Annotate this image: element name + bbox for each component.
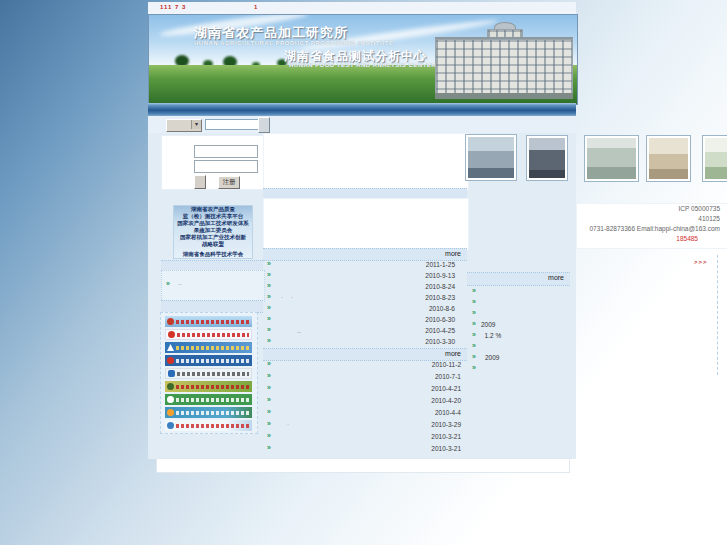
square-logo-icon	[168, 370, 175, 377]
link-rd-system[interactable]: 国家农产品加工技术研发体系	[174, 220, 252, 227]
photo-lab-staff[interactable]	[703, 136, 727, 181]
news-date: 2010-6-30	[425, 316, 455, 323]
more-link[interactable]: more	[445, 350, 461, 357]
list-item[interactable]: »	[467, 363, 570, 374]
news-item[interactable]: »2010-8-24	[263, 281, 467, 292]
banner-ndrc[interactable]	[165, 355, 252, 366]
news-item[interactable]: »2010-8-6	[263, 303, 467, 314]
bullet-arrow-icon: »	[267, 384, 271, 391]
snowflake-logo-icon	[167, 422, 174, 429]
username-field[interactable]	[194, 145, 258, 158]
banner-cnca[interactable]	[165, 368, 252, 379]
banner-hunan-info-site[interactable]	[165, 342, 252, 353]
right-section-header: more	[467, 272, 570, 286]
banner-text	[176, 398, 250, 402]
emblem-icon	[168, 331, 175, 338]
emblem-icon	[167, 357, 174, 364]
building-base	[435, 93, 573, 99]
photo-processing-equipment[interactable]	[585, 136, 638, 181]
leaf-logo-icon	[167, 383, 174, 390]
banner-changsha-science-net[interactable]	[165, 420, 252, 431]
more-link[interactable]: more	[548, 274, 564, 281]
photo-lab-bench[interactable]	[647, 136, 690, 181]
news-item[interactable]: »2010-11-2	[263, 359, 467, 370]
banner-text	[176, 359, 250, 363]
main-nav-bar[interactable]	[148, 103, 576, 117]
news-item[interactable]: »2010-4-4	[263, 407, 467, 418]
bullet-arrow-icon: »	[472, 298, 476, 305]
news-red-fragment: · ·	[281, 294, 296, 300]
emblem-icon	[167, 409, 174, 416]
banner-text	[177, 333, 249, 337]
list-item[interactable]: »	[467, 308, 570, 319]
news-date: 2010-7-1	[435, 373, 461, 380]
intro-panel	[263, 133, 469, 190]
list-item[interactable]: » ..	[162, 279, 264, 290]
partner-links-box: 湖南省农产品质量 监（检）测技术共享平台 国家农产品加工技术研发体系 果蔬加工委…	[173, 205, 253, 259]
link-quality-platform-2[interactable]: 监（检）测技术共享平台	[174, 213, 252, 220]
news-item[interactable]: »·2010-3-29	[263, 419, 467, 430]
link-quality-platform-1[interactable]: 湖南省农产品质量	[174, 206, 252, 213]
news-item[interactable]: »2010-7-1	[263, 371, 467, 382]
list-item[interactable]: »	[467, 286, 570, 297]
news-date: 2010-11-2	[432, 361, 461, 368]
banner-agri-science-education-net[interactable]	[165, 381, 252, 392]
password-field[interactable]	[194, 160, 258, 173]
link-citrus-alliance-1[interactable]: 国家柑桔加工产业技术创新	[174, 234, 252, 241]
list-item[interactable]: »2009	[467, 319, 570, 330]
register-button[interactable]: 注册	[218, 176, 240, 189]
login-button[interactable]	[194, 175, 206, 189]
news-item[interactable]: »2010-3-21	[263, 443, 467, 454]
news-item[interactable]: »2010-6-30	[263, 314, 467, 325]
banner-ministry-agriculture[interactable]	[165, 329, 252, 340]
list-item[interactable]: »2009	[467, 352, 570, 363]
news-item[interactable]: »2010-3-30	[263, 336, 467, 347]
banner-hunan-gov-portal[interactable]	[165, 407, 252, 418]
news-item[interactable]: »2010-4-20	[263, 395, 467, 406]
bullet-arrow-icon: »	[472, 331, 476, 338]
news-item[interactable]: »2010-3-21	[263, 431, 467, 442]
banner-text	[176, 320, 250, 324]
news-date: 2010-8-23	[425, 294, 455, 301]
banner-text	[177, 372, 249, 376]
list-item[interactable]: » 1.2 %	[467, 330, 570, 341]
search-category-select[interactable]: ▾	[166, 119, 202, 132]
banner-agri-processing-net[interactable]	[165, 394, 252, 405]
chevron-down-icon[interactable]: ▾	[191, 120, 201, 129]
search-go-button[interactable]	[258, 117, 270, 133]
visit-counter-left: 111 7 3	[160, 4, 186, 10]
photo-visitors-group[interactable]	[527, 136, 567, 180]
right-list: » » » »2009 » 1.2 % » »2009 »	[467, 286, 570, 376]
link-food-science-society[interactable]: 湖南省食品科学技术学会	[174, 251, 252, 258]
site-subtitle-en: HUNAN FOOD TEST AND ANALYSIS CENTER	[289, 62, 436, 68]
link-citrus-alliance-2[interactable]: 战略联盟	[174, 241, 252, 248]
news-item[interactable]: »2010-4-21	[263, 383, 467, 394]
news-item[interactable]: »2011-1-25	[263, 259, 467, 270]
news-list-2: »2010-11-2 »2010-7-1 »2010-4-21 »2010-4-…	[263, 359, 467, 458]
photo-lab-instrument[interactable]	[466, 135, 516, 180]
list-item[interactable]: »	[467, 297, 570, 308]
more-link[interactable]: more	[445, 250, 461, 257]
bullet-arrow-icon: »	[267, 396, 271, 403]
bullet-arrow-icon: »	[267, 315, 271, 322]
more-red-link[interactable]: >>>	[694, 259, 708, 265]
bullet-arrow-icon: »	[267, 282, 271, 289]
news-item[interactable]: »‥2010-4-25	[263, 325, 467, 336]
news-date: 2010-8-24	[425, 283, 455, 290]
friend-link-banners	[160, 312, 258, 434]
login-panel: 注册	[161, 135, 265, 190]
search-bar: ▾	[148, 116, 576, 134]
link-fruit-veg-committee[interactable]: 果蔬加工委员会	[174, 227, 252, 234]
bullet-arrow-icon: »	[472, 309, 476, 316]
footer-bar	[156, 458, 570, 473]
list-item[interactable]: »	[467, 341, 570, 352]
news-item[interactable]: »2010-9-13	[263, 270, 467, 281]
news-item[interactable]: »· ·2010-8-23	[263, 292, 467, 303]
news-date: 2010-3-30	[425, 338, 455, 345]
banner-ministry-science-tech[interactable]	[165, 316, 252, 327]
emblem-icon	[167, 318, 174, 325]
visit-counter-right: 1	[254, 4, 258, 10]
globe-logo-icon	[167, 396, 174, 403]
news-gray-fragment: ‥	[297, 327, 304, 334]
contact-line: 0731-82873366 Email:happi-china@163.com	[577, 224, 727, 234]
